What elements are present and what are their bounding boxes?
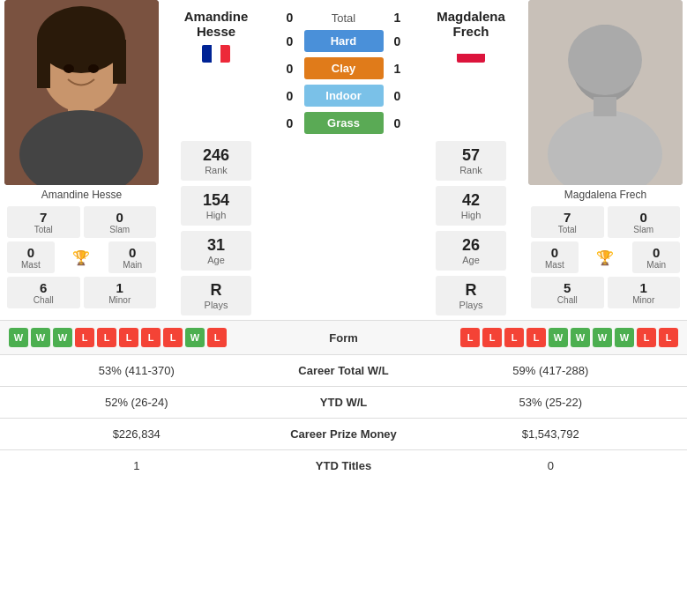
player1-plays-value: R — [211, 281, 222, 300]
player1-main-value: 0 — [129, 245, 136, 260]
player1-high-value: 154 — [203, 191, 229, 210]
indoor-score-left: 0 — [280, 89, 301, 103]
player1-career-prize: $226,834 — [9, 427, 265, 441]
match-scores: 0 Total 1 0 Hard 0 0 Clay 1 — [269, 9, 418, 134]
player1-rank-stat: 246 Rank — [181, 141, 251, 181]
trophy-icon-2: 🏆 — [596, 249, 614, 266]
total-score-right: 1 — [387, 11, 408, 25]
right-player-block: Magdalena Frech 7 Total 0 Slam 0 — [524, 0, 687, 315]
player1-rank-value: 246 — [203, 146, 229, 165]
total-row: 0 Total 1 — [269, 11, 418, 25]
form-badge: L — [482, 328, 502, 347]
form-badge: W — [571, 328, 590, 347]
svg-point-8 — [88, 64, 99, 73]
career-wl-label: Career Total W/L — [265, 364, 423, 377]
player1-photo — [4, 0, 159, 185]
player2-total-stat: 7 Total — [531, 206, 604, 238]
player2-mast-value: 0 — [551, 245, 558, 260]
form-badge: L — [119, 328, 138, 347]
form-badge: L — [141, 328, 161, 347]
player1-chall-value: 6 — [40, 280, 47, 295]
form-badge: W — [615, 328, 634, 347]
form-badge: L — [163, 328, 183, 347]
grass-score-left: 0 — [280, 116, 301, 130]
svg-rect-13 — [594, 97, 616, 116]
hard-score-right: 0 — [387, 34, 408, 48]
center-column: Amandine Hesse 0 Total 1 — [163, 0, 524, 315]
clay-button[interactable]: Clay — [304, 57, 384, 79]
player2-plays-value: R — [466, 281, 477, 300]
player2-plays-stat: R Plays — [436, 276, 506, 315]
form-badge: W — [31, 328, 50, 347]
player2-trophy: 🏆 — [582, 249, 630, 266]
left-player-block: Amandine Hesse 7 Total 0 Slam 0 — [0, 0, 163, 315]
total-score-left: 0 — [280, 11, 301, 25]
ytd-titles-label: YTD Titles — [265, 459, 423, 472]
player1-high-stat: 154 High — [181, 186, 251, 226]
player1-main-label: Main — [123, 260, 142, 270]
player2-flag — [457, 45, 485, 63]
player1-slam-label: Slam — [109, 225, 130, 234]
top-section: Amandine Hesse 7 Total 0 Slam 0 — [0, 0, 687, 315]
svg-point-11 — [568, 25, 642, 95]
player1-ytd-wl: 52% (26-24) — [9, 396, 265, 409]
player1-rank-label: Rank — [205, 165, 228, 175]
player2-career-prize: $1,543,792 — [423, 427, 679, 441]
player2-chall-label: Chall — [557, 295, 578, 305]
form-badge: L — [637, 328, 656, 347]
svg-rect-4 — [113, 40, 126, 84]
player2-mast-label: Mast — [545, 260, 564, 270]
form-badge: L — [526, 328, 546, 347]
player1-photo-label: Amandine Hesse — [41, 189, 122, 201]
form-badge: L — [659, 328, 678, 347]
indoor-score-right: 0 — [387, 89, 408, 103]
form-badge: W — [185, 328, 205, 347]
player2-rank-stat: 57 Rank — [436, 141, 506, 181]
player1-form-badges: WWWLLLLLWL — [9, 328, 291, 347]
player2-name: Magdalena Frech — [437, 9, 505, 39]
player1-age-value: 31 — [207, 236, 225, 255]
grass-score-right: 0 — [387, 116, 408, 130]
player1-minor-label: Minor — [108, 295, 131, 305]
player1-minor-value: 1 — [116, 280, 123, 295]
player1-slam-value: 0 — [116, 210, 123, 225]
player2-age-label: Age — [462, 255, 480, 265]
form-badge: W — [549, 328, 568, 347]
player2-main-value: 0 — [653, 245, 660, 260]
player2-rank-label: Rank — [459, 165, 482, 175]
svg-point-7 — [63, 64, 74, 73]
player1-name-block: Amandine Hesse — [163, 9, 269, 134]
player2-chall-value: 5 — [564, 280, 571, 295]
form-label: Form — [291, 331, 397, 345]
player2-name-block: Magdalena Frech — [418, 9, 524, 134]
hard-button[interactable]: Hard — [304, 30, 384, 52]
player2-chall-stat: 5 Chall — [531, 277, 604, 308]
hard-score-left: 0 — [280, 34, 301, 48]
form-row: WWWLLLLLWL Form LLLLWWWWLL — [0, 321, 687, 355]
player1-total-stat: 7 Total — [7, 206, 80, 238]
form-badge: L — [75, 328, 94, 347]
player1-high-label: High — [206, 210, 227, 220]
player2-minor-stat: 1 Minor — [608, 277, 681, 308]
indoor-row: 0 Indoor 0 — [269, 85, 418, 107]
player1-plays-label: Plays — [205, 300, 228, 310]
player2-photo — [528, 0, 683, 185]
trophy-icon: 🏆 — [72, 249, 90, 266]
player2-form-badges: LLLLWWWWLL — [397, 328, 679, 347]
player1-ytd-titles: 1 — [9, 459, 265, 472]
player2-photo-label: Magdalena Frech — [564, 189, 646, 201]
ytd-wl-label: YTD W/L — [265, 396, 423, 409]
indoor-button[interactable]: Indoor — [304, 85, 384, 107]
player1-mast-value: 0 — [27, 245, 34, 260]
player1-flag — [202, 45, 230, 63]
player2-minor-value: 1 — [640, 280, 647, 295]
hard-row: 0 Hard 0 — [269, 30, 418, 52]
grass-row: 0 Grass 0 — [269, 112, 418, 134]
player2-ytd-wl: 53% (25-22) — [423, 396, 679, 409]
player2-plays-label: Plays — [459, 300, 483, 310]
clay-row: 0 Clay 1 — [269, 57, 418, 79]
player2-high-label: High — [461, 210, 482, 220]
svg-rect-3 — [37, 40, 50, 88]
grass-button[interactable]: Grass — [304, 112, 384, 134]
player2-rank-value: 57 — [462, 146, 480, 165]
